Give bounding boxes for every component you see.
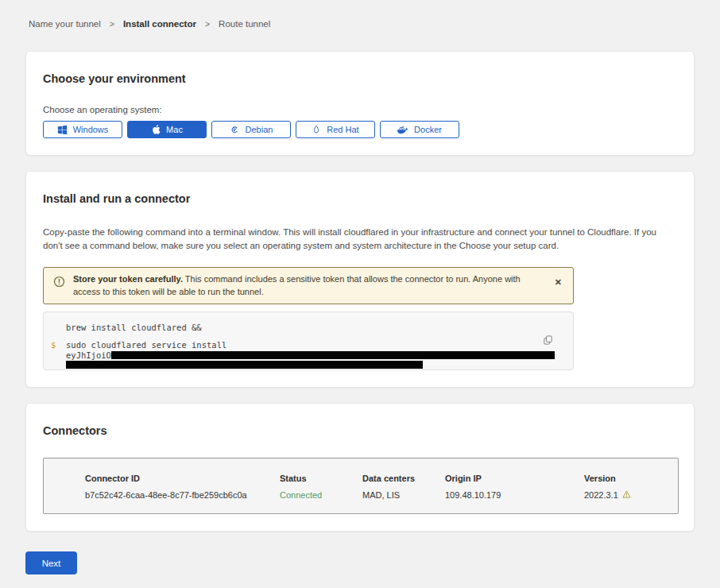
redacted-token-bar <box>66 361 423 369</box>
os-button-debian[interactable]: Debian <box>211 121 291 138</box>
alert-circle-icon <box>53 273 65 291</box>
install-description: Copy-paste the following command into a … <box>43 226 677 253</box>
docker-icon <box>397 126 408 134</box>
environment-card: Choose your environment Choose an operat… <box>25 51 695 156</box>
code-line-command: sudo cloudflared service install <box>66 340 573 350</box>
install-card: Install and run a connector Copy-paste t… <box>25 171 695 388</box>
shell-prompt: $ <box>51 340 56 350</box>
status-badge: Connected <box>280 490 362 500</box>
debian-icon <box>230 125 240 135</box>
os-button-label: Debian <box>246 125 273 134</box>
os-button-label: Docker <box>414 125 442 134</box>
os-button-label: Mac <box>166 125 183 134</box>
os-button-windows[interactable]: Windows <box>43 121 122 138</box>
column-header-version: Version <box>584 474 678 483</box>
column-header-origin-ip: Origin IP <box>445 474 584 483</box>
warning-triangle-icon[interactable] <box>622 490 631 500</box>
breadcrumb-route-tunnel[interactable]: Route tunnel <box>219 19 270 29</box>
redhat-icon <box>312 125 321 135</box>
data-centers-cell: MAD, LIS <box>362 490 445 500</box>
connector-id-cell: b7c52c42-6caa-48ee-8c77-fbe259cb6c0a <box>85 490 280 500</box>
breadcrumb: Name your tunnel > Install connector > R… <box>0 0 720 29</box>
column-header-status: Status <box>280 474 362 483</box>
install-command-codeblock[interactable]: brew install cloudflared && $ sudo cloud… <box>43 311 574 370</box>
apple-icon <box>151 124 161 135</box>
windows-icon <box>57 125 68 135</box>
os-button-mac[interactable]: Mac <box>127 121 207 138</box>
connectors-table: Connector ID Status Data centers Origin … <box>43 458 679 514</box>
token-prefix: eyJhIjoiO <box>66 350 111 360</box>
token-warning-banner: Store your token carefully. This command… <box>43 267 574 304</box>
token-warning-title: Store your token carefully. <box>73 274 183 284</box>
connectors-card-title: Connectors <box>43 424 677 437</box>
breadcrumb-separator: > <box>205 19 210 29</box>
close-icon[interactable]: ✕ <box>552 273 565 292</box>
breadcrumb-install-connector[interactable]: Install connector <box>123 19 196 29</box>
os-button-docker[interactable]: Docker <box>380 121 459 138</box>
copy-icon[interactable] <box>542 334 554 349</box>
install-card-title: Install and run a connector <box>43 192 677 205</box>
origin-ip-cell: 109.48.10.179 <box>445 490 584 500</box>
breadcrumb-name-your-tunnel[interactable]: Name your tunnel <box>29 19 101 29</box>
environment-card-title: Choose your environment <box>43 72 677 85</box>
os-button-label: Red Hat <box>327 125 358 134</box>
token-warning-text: Store your token carefully. This command… <box>73 273 544 298</box>
os-button-group: Windows Mac Debian Red Hat Docker <box>43 121 677 138</box>
os-button-redhat[interactable]: Red Hat <box>296 121 375 138</box>
next-button[interactable]: Next <box>25 551 77 574</box>
os-select-label: Choose an operating system: <box>43 105 677 114</box>
code-line-brew: brew install cloudflared && <box>66 323 573 332</box>
connectors-card: Connectors Connector ID Status Data cent… <box>25 403 695 532</box>
version-cell: 2022.3.1 <box>584 490 678 500</box>
redacted-token-bar <box>111 351 555 359</box>
column-header-connector-id: Connector ID <box>85 474 280 483</box>
os-button-label: Windows <box>73 125 109 134</box>
breadcrumb-separator: > <box>110 19 114 29</box>
version-value: 2022.3.1 <box>584 490 618 500</box>
column-header-data-centers: Data centers <box>362 474 445 483</box>
